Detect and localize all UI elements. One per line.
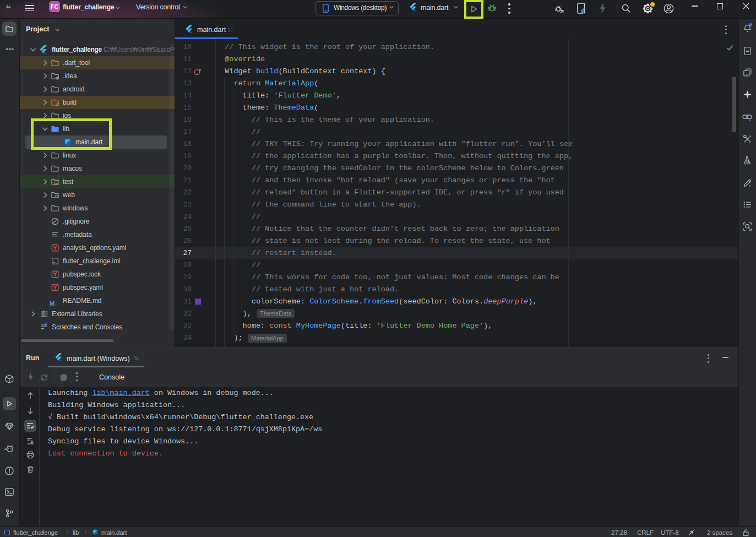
svg-text:✲: ✲: [56, 102, 59, 107]
svg-text:✲: ✲: [56, 75, 59, 81]
